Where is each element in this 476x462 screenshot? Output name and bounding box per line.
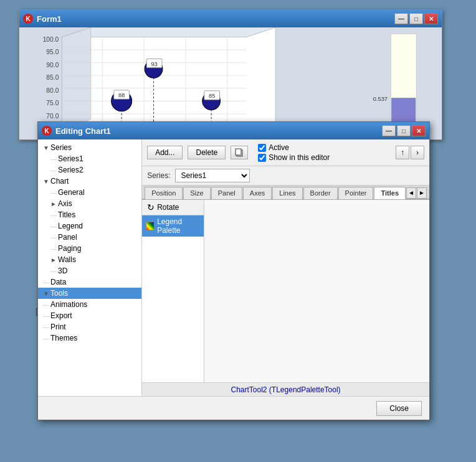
svg-rect-1 xyxy=(236,149,241,155)
show-checkbox-row: Show in this editor xyxy=(258,153,330,162)
show-checkbox[interactable] xyxy=(258,154,266,162)
legend-palette-item[interactable]: Legend Palette xyxy=(142,215,204,237)
tab-lines[interactable]: Lines xyxy=(272,187,302,199)
arrow-buttons: ↑ › xyxy=(396,146,424,159)
form1-title: Form1 xyxy=(37,14,62,24)
tree-label-themes: Themes xyxy=(50,334,77,342)
tree-label-tools: Tools xyxy=(50,289,68,298)
tree-label-data: Data xyxy=(50,278,66,286)
tree-item-general[interactable]: —General xyxy=(38,187,141,198)
form1-minimize-btn[interactable]: — xyxy=(394,13,408,24)
checkbox-group: Active Show in this editor xyxy=(258,143,330,162)
tab-position[interactable]: Position xyxy=(145,187,183,199)
form1-close-btn[interactable]: ✕ xyxy=(424,13,438,24)
tree-label-walls: Walls xyxy=(58,255,76,264)
series-select[interactable]: Series1Series2 xyxy=(175,169,250,182)
legend-palette-color xyxy=(146,222,155,230)
dialog-app-icon: K xyxy=(42,126,52,136)
dialog-close-btn[interactable]: ✕ xyxy=(412,125,426,136)
tree-item-legend[interactable]: —Legend xyxy=(38,220,141,232)
y-label-80: 80.0 xyxy=(46,87,59,94)
tree-item-series[interactable]: ▼Series xyxy=(38,142,141,153)
list-panel: ↻ Rotate Legend Palette xyxy=(142,200,204,382)
content-panel: Add... Delete Active Show in this xyxy=(142,139,429,396)
tree-item-panel[interactable]: —Panel xyxy=(38,232,141,243)
tab-pointer[interactable]: Pointer xyxy=(338,187,374,199)
tree-item-export[interactable]: —Export xyxy=(38,310,141,321)
tree-item-titles[interactable]: —Titles xyxy=(38,209,141,220)
editing-dialog: K Editing Chart1 — □ ✕ ▼Series—Series1—S… xyxy=(37,121,430,420)
tab-axes[interactable]: Axes xyxy=(243,187,272,199)
dialog-footer: Close xyxy=(38,396,429,420)
tree-label-panel: Panel xyxy=(58,233,77,242)
form1-window: K Form1 — □ ✕ 100.0 95.0 90.0 85.0 80.0 … xyxy=(19,9,442,140)
form1-win-controls: — □ ✕ xyxy=(394,13,438,24)
dialog-body: ▼Series—Series1—Series2▼Chart—General►Ax… xyxy=(38,139,429,396)
dialog-maximize-btn[interactable]: □ xyxy=(397,125,411,136)
tree-label-series: Series xyxy=(50,143,72,152)
bubble1-label: 88 xyxy=(118,92,125,98)
tree-panel: ▼Series—Series1—Series2▼Chart—General►Ax… xyxy=(38,139,142,396)
tree-label-paging: Paging xyxy=(58,244,81,253)
y-label-90: 90.0 xyxy=(46,62,59,68)
tree-item-series1[interactable]: —Series1 xyxy=(38,153,141,164)
form1-maximize-btn[interactable]: □ xyxy=(409,13,423,24)
legend-value: 0.537 xyxy=(373,96,388,102)
tree-label-chart: Chart xyxy=(50,177,69,186)
right-arrow-btn[interactable]: › xyxy=(411,146,424,159)
active-label: Active xyxy=(269,143,289,152)
tree-item-paging[interactable]: —Paging xyxy=(38,243,141,254)
tree-item-themes[interactable]: —Themes xyxy=(38,332,141,344)
tree-item-walls[interactable]: ►Walls xyxy=(38,254,141,265)
copy-button[interactable] xyxy=(231,146,248,159)
tree-label-series1: Series1 xyxy=(58,154,83,163)
close-dialog-button[interactable]: Close xyxy=(376,401,422,416)
y-label-75: 75.0 xyxy=(46,100,59,106)
tab-scroll-left[interactable]: ◄ xyxy=(406,187,416,199)
bubble3-label: 85 xyxy=(209,93,215,99)
tree-item-chart[interactable]: ▼Chart xyxy=(38,176,141,187)
dialog-minimize-btn[interactable]: — xyxy=(382,125,396,136)
active-checkbox[interactable] xyxy=(258,144,266,152)
y-label-95: 95.0 xyxy=(46,49,59,55)
series-row: Series: Series1Series2 xyxy=(142,166,429,186)
toolbar-row: Add... Delete Active Show in this xyxy=(142,139,429,166)
dialog-win-controls: — □ ✕ xyxy=(382,125,426,136)
main-content: ↻ Rotate Legend Palette xyxy=(142,200,429,382)
tree-item-data[interactable]: —Data xyxy=(38,276,141,288)
add-button[interactable]: Add... xyxy=(147,146,183,159)
right-panel xyxy=(204,200,429,382)
tabs-row: PositionSizePanelAxesLinesBorderPointerT… xyxy=(142,186,429,200)
tree-label-export: Export xyxy=(50,311,72,320)
tree-label-axis: Axis xyxy=(58,199,72,208)
delete-button[interactable]: Delete xyxy=(188,146,226,159)
tree-label-legend: Legend xyxy=(58,222,83,230)
rotate-button[interactable]: ↻ Rotate xyxy=(142,200,184,215)
status-bar[interactable]: ChartTool2 (TLegendPaletteTool) xyxy=(142,382,429,396)
tab-border[interactable]: Border xyxy=(303,187,338,199)
tab-size[interactable]: Size xyxy=(183,187,210,199)
tab-panel[interactable]: Panel xyxy=(211,187,242,199)
chart-back-face xyxy=(62,27,275,135)
tree-item-series2[interactable]: —Series2 xyxy=(38,164,141,176)
tree-item-tools[interactable]: ▼Tools xyxy=(38,288,141,299)
active-checkbox-row: Active xyxy=(258,143,330,152)
show-label: Show in this editor xyxy=(269,153,330,162)
tab-scroll-right[interactable]: ► xyxy=(417,187,427,199)
list-panel-header: ↻ Rotate xyxy=(142,200,204,215)
tree-item-print[interactable]: —Print xyxy=(38,321,141,332)
status-text: ChartTool2 (TLegendPaletteTool) xyxy=(231,385,341,394)
legend-palette-label: Legend Palette xyxy=(157,217,200,235)
tree-label-titles: Titles xyxy=(58,210,75,219)
tree-item-3d[interactable]: —3D xyxy=(38,265,141,276)
chart-top-face xyxy=(62,27,275,37)
tree-item-axis[interactable]: ►Axis xyxy=(38,198,141,209)
rotate-label: Rotate xyxy=(157,203,179,212)
tree-label-3d: 3D xyxy=(58,266,67,275)
tree-item-animations[interactable]: —Animations xyxy=(38,299,141,310)
chart-left-face xyxy=(62,27,90,135)
tab-titles[interactable]: Titles xyxy=(374,187,406,199)
y-label-85: 85.0 xyxy=(46,74,59,81)
copy-icon xyxy=(235,148,244,157)
up-arrow-btn[interactable]: ↑ xyxy=(396,146,409,159)
